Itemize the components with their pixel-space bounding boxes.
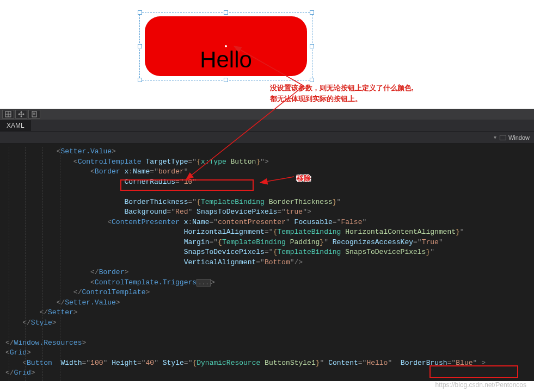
breadcrumb-window[interactable]: Window bbox=[500, 134, 530, 141]
annotation-text: 没设置该参数，则无论按钮上定义了什么颜色, 都无法体现到实际的按钮上。 bbox=[270, 83, 414, 104]
editor-tabbar: XAML bbox=[0, 120, 534, 132]
preview-button-label: Hello bbox=[200, 47, 252, 73]
window-icon bbox=[500, 135, 506, 140]
annotation-highlight-box bbox=[120, 179, 254, 191]
center-indicator-icon bbox=[225, 45, 227, 47]
svg-marker-10 bbox=[20, 116, 22, 117]
toolbar-button[interactable] bbox=[2, 110, 14, 119]
watermark: https://blog.csdn.net/Pentoncos bbox=[435, 381, 526, 389]
resize-handle[interactable] bbox=[310, 78, 314, 82]
resize-handle[interactable] bbox=[224, 10, 228, 15]
chevron-down-icon[interactable]: ▾ bbox=[494, 134, 496, 140]
resize-handle[interactable] bbox=[138, 44, 142, 48]
arrows-icon bbox=[18, 111, 24, 117]
resize-handle[interactable] bbox=[310, 44, 314, 48]
toolbar-button[interactable] bbox=[15, 110, 27, 119]
grid-icon bbox=[5, 111, 11, 117]
svg-marker-12 bbox=[23, 113, 24, 115]
breadcrumb-bar: ▾ Window bbox=[0, 132, 534, 144]
toolbar-button[interactable] bbox=[28, 110, 40, 119]
designer-toolbar bbox=[0, 109, 534, 120]
annotation-highlight-box bbox=[429, 365, 518, 378]
svg-marker-9 bbox=[20, 111, 22, 113]
preview-button[interactable]: Hello bbox=[145, 16, 307, 76]
resize-handle[interactable] bbox=[138, 10, 142, 15]
remove-annotation: 移除 bbox=[297, 173, 311, 183]
designer-surface[interactable]: Hello bbox=[0, 0, 534, 109]
document-icon bbox=[31, 111, 38, 117]
resize-handle[interactable] bbox=[310, 10, 314, 15]
svg-marker-11 bbox=[18, 113, 20, 115]
xaml-tab[interactable]: XAML bbox=[0, 120, 31, 131]
code-editor[interactable]: <Setter.Value> <ControlTemplate TargetTy… bbox=[0, 144, 534, 381]
resize-handle[interactable] bbox=[224, 78, 228, 82]
resize-handle[interactable] bbox=[138, 78, 142, 82]
